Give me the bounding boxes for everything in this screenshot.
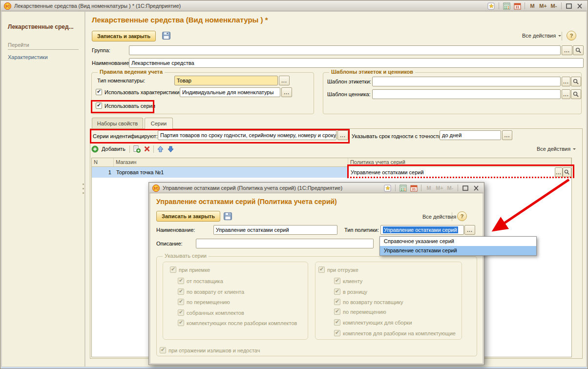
dialog-titlebar[interactable]: 1С Управление остатками серий (Политика …: [149, 183, 483, 193]
sidebar-item-characteristics[interactable]: Характеристики: [8, 54, 79, 60]
shipment-child-label: в розницу: [343, 289, 367, 295]
calendar-icon[interactable]: 31: [513, 2, 522, 10]
all-actions-label: Все действия: [522, 33, 556, 39]
delete-icon[interactable]: [144, 145, 150, 152]
series-identify-input[interactable]: Партия товаров по сроку годности, серийн…: [158, 130, 336, 140]
sidebar: Лекарственные сред... Перейти Характерис…: [2, 12, 85, 367]
policy-type-label: Тип политики:: [344, 227, 379, 233]
splitter-grip[interactable]: [83, 184, 84, 185]
search-icon[interactable]: [571, 89, 581, 99]
use-series-checkbox[interactable]: [96, 102, 102, 109]
group-input[interactable]: [129, 45, 561, 55]
series-all-actions-button[interactable]: Все действия: [537, 146, 576, 152]
search-icon[interactable]: [563, 167, 571, 177]
dialog-name-input[interactable]: Управление остатками серий: [213, 225, 337, 235]
separator: [499, 2, 499, 9]
calculator-icon[interactable]: [502, 2, 511, 10]
dialog-all-actions-button[interactable]: Все действия: [422, 214, 462, 220]
dialog-help-button[interactable]: ?: [457, 211, 467, 221]
favorites-icon[interactable]: [487, 2, 496, 10]
memory-m-button[interactable]: M: [528, 2, 537, 10]
dialog-heading: Управление остатками серий (Политика уче…: [156, 198, 337, 205]
search-icon[interactable]: [571, 77, 581, 86]
policy-type-input[interactable]: Управление остатками серий: [380, 225, 464, 235]
receipt-child-label: комплектующих после разборки комплектов: [187, 320, 297, 326]
nomenclature-type-input[interactable]: Товар: [174, 76, 278, 85]
accounting-rules-group: Правила ведения учета Тип номенклатуры: …: [91, 72, 314, 114]
group-ellipsis-button[interactable]: ...: [562, 45, 572, 55]
memory-m-plus-button[interactable]: M+: [539, 2, 547, 10]
shipment-child-checkbox: [334, 308, 340, 315]
use-characteristics-label[interactable]: Использовать характеристики: [105, 89, 179, 95]
calendar-icon[interactable]: 31: [409, 184, 418, 192]
search-icon[interactable]: [573, 45, 584, 55]
expiry-precision-input[interactable]: до дней: [440, 130, 501, 140]
receipt-child-label: по перемещению: [187, 299, 230, 305]
save-icon[interactable]: [162, 31, 171, 41]
expiry-precision-ellipsis-button[interactable]: ...: [502, 130, 512, 140]
maximize-icon[interactable]: [461, 184, 470, 192]
separator: [525, 2, 525, 9]
name-input[interactable]: Лекарственные средства: [129, 58, 584, 68]
shipment-group-box: при отгрузке клиенту в розницу по возвра…: [315, 262, 462, 340]
cell-row-number: 1: [92, 167, 114, 178]
price-tag-ellipsis-button[interactable]: ...: [562, 89, 570, 99]
policy-cell-editor[interactable]: Управление остатками серий ...: [348, 167, 571, 178]
description-label: Описание:: [156, 241, 183, 246]
dialog-save-and-close-button[interactable]: Записать и закрыть: [156, 211, 220, 222]
move-up-icon[interactable]: [157, 145, 164, 153]
characteristics-ellipsis-button[interactable]: ...: [281, 87, 292, 97]
favorites-icon[interactable]: [383, 184, 392, 192]
dropdown-option-selected[interactable]: Управление остатками серий: [380, 246, 536, 255]
cell-store[interactable]: Торговая точка №1: [114, 167, 348, 178]
page-title: Лекарственные средства (Вид номенклатуры…: [92, 16, 268, 24]
add-button[interactable]: Добавить: [102, 146, 126, 152]
close-icon[interactable]: [575, 2, 584, 10]
series-identify-ellipsis-button[interactable]: ...: [337, 130, 348, 140]
label-templates-legend: Шаблоны этикеток и ценников: [329, 69, 415, 75]
all-actions-button[interactable]: Все действия: [522, 33, 561, 39]
main-titlebar[interactable]: 1С Лекарственные средства (Вид номенклат…: [1, 1, 587, 11]
sidebar-title: Лекарственные сред...: [8, 23, 79, 30]
svg-text:31: 31: [515, 5, 519, 9]
price-tag-template-input[interactable]: [372, 89, 561, 99]
nomenclature-type-ellipsis-button[interactable]: ...: [279, 76, 290, 85]
characteristics-kind-input[interactable]: Индивидуальные для номенклатуры: [180, 87, 280, 97]
policy-ellipsis-button[interactable]: ...: [555, 167, 563, 177]
dropdown-option[interactable]: Справочное указание серий: [380, 237, 536, 246]
use-characteristics-checkbox[interactable]: [96, 89, 102, 95]
column-header-policy[interactable]: Политика учета серий: [348, 158, 571, 166]
save-and-close-button[interactable]: Записать и закрыть: [92, 31, 156, 41]
receipt-child-checkbox: [178, 309, 184, 316]
tab-series[interactable]: Серии: [145, 118, 173, 129]
copy-icon[interactable]: [133, 145, 141, 153]
1c-logo-icon: 1С: [4, 2, 11, 10]
surplus-label: при отражении излишков и недостач: [168, 348, 260, 353]
maximize-icon[interactable]: [565, 2, 573, 10]
series-toolbar: Добавить: [91, 144, 174, 153]
calculator-icon[interactable]: [399, 184, 407, 192]
label-template-input[interactable]: [372, 77, 561, 86]
shipment-child-label: по перемещению: [343, 309, 386, 315]
memory-m-minus-button[interactable]: M-: [549, 2, 558, 10]
cell-policy[interactable]: Управление остатками серий ...: [348, 167, 571, 178]
policy-type-ellipsis-button[interactable]: ...: [464, 225, 475, 235]
splitter-grip[interactable]: [83, 192, 84, 194]
close-icon[interactable]: [472, 184, 481, 192]
column-header-store[interactable]: Магазин: [114, 158, 348, 166]
move-down-icon[interactable]: [167, 145, 174, 153]
separator: [561, 2, 562, 9]
policy-type-dropdown: Справочное указание серий Управление ост…: [379, 236, 537, 256]
description-input[interactable]: [196, 239, 374, 248]
use-series-label[interactable]: Использовать серии: [105, 103, 155, 109]
column-header-n[interactable]: N: [92, 158, 114, 166]
separator: [458, 184, 458, 191]
add-icon[interactable]: [91, 145, 99, 153]
splitter-grip[interactable]: [83, 188, 84, 189]
series-table-header: N Магазин Политика учета серий: [92, 158, 571, 167]
table-row[interactable]: 1 Торговая точка №1 Управление остатками…: [92, 167, 571, 178]
tab-property-sets[interactable]: Наборы свойств: [92, 118, 143, 128]
label-template-ellipsis-button[interactable]: ...: [562, 77, 570, 86]
help-button[interactable]: ?: [567, 31, 576, 41]
save-icon[interactable]: [223, 212, 232, 222]
